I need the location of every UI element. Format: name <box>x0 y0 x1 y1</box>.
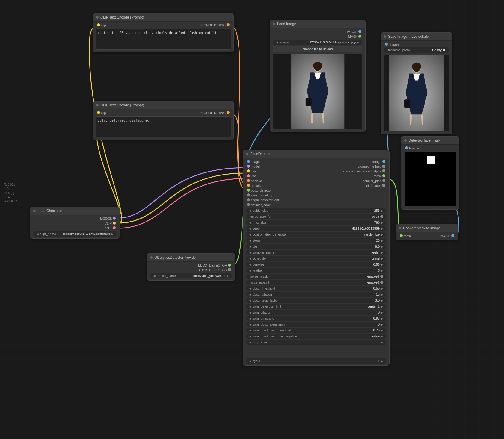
sampler-name-widget[interactable]: ◀sampler_nameeuler▶ <box>246 250 386 255</box>
arrow-right-icon[interactable]: ▶ <box>357 41 359 44</box>
node-header[interactable]: Load Image <box>270 20 365 28</box>
output-socket-cropped-enhanced-alpha[interactable] <box>382 169 385 172</box>
input-socket-clip[interactable] <box>97 23 100 26</box>
input-socket-detailer-hook[interactable] <box>247 203 250 206</box>
upload-button[interactable]: choose file to upload <box>273 46 362 52</box>
node-header[interactable]: Load Checkpoint <box>30 207 120 215</box>
output-socket-image[interactable] <box>358 30 361 33</box>
output-socket-bbox-detector[interactable] <box>228 264 231 267</box>
node-face-detailer[interactable]: FaceDetailer imageimagemodelcropped_refi… <box>243 150 390 366</box>
input-socket-vae[interactable] <box>247 174 250 177</box>
collapse-dot-icon[interactable] <box>404 139 407 142</box>
output-socket-detailer-pipe[interactable] <box>382 179 385 182</box>
force-inpaint-widget[interactable]: force_inpaintenabled <box>246 280 386 285</box>
output-socket-segm-detector[interactable] <box>228 268 231 271</box>
node-ultralytics-detector[interactable]: UltralyticsDetectorProvider BBOX_DETECTO… <box>147 253 235 281</box>
arrow-left-icon[interactable]: ◀ <box>249 227 251 230</box>
arrow-right-icon[interactable]: ▶ <box>381 359 383 363</box>
cfg-widget[interactable]: ◀cfg8.0▶ <box>246 244 386 249</box>
arrow-left-icon[interactable]: ◀ <box>249 257 251 260</box>
arrow-right-icon[interactable]: ▶ <box>381 299 383 302</box>
arrow-left-icon[interactable]: ◀ <box>153 274 156 278</box>
arrow-left-icon[interactable]: ◀ <box>249 359 251 363</box>
control-after-generate-widget[interactable]: ◀control_after_generaterandomize▶ <box>246 232 386 237</box>
prompt-textarea[interactable]: ugly, deformed, disfigured <box>96 116 231 137</box>
output-socket-conditioning[interactable] <box>227 111 230 114</box>
arrow-right-icon[interactable]: ▶ <box>111 232 114 236</box>
arrow-right-icon[interactable]: ▶ <box>381 323 383 326</box>
arrow-left-icon[interactable]: ◀ <box>249 221 251 224</box>
node-header[interactable]: UltralyticsDetectorProvider <box>147 254 235 262</box>
prompt-textarea[interactable]: photo of a 25 year old girl, highly deta… <box>96 29 231 50</box>
output-socket-vae[interactable] <box>113 226 116 229</box>
node-header[interactable]: CLIP Text Encode (Prompt) <box>93 13 233 22</box>
input-socket-image[interactable] <box>247 160 250 163</box>
arrow-right-icon[interactable]: ▶ <box>381 233 383 236</box>
node-convert-mask-to-image[interactable]: Convert Mask to Image mask IMAGE <box>396 224 458 240</box>
output-socket-cropped-refined[interactable] <box>382 165 385 168</box>
arrow-left-icon[interactable]: ◀ <box>249 263 251 266</box>
output-socket-image[interactable] <box>451 234 454 237</box>
arrow-left-icon[interactable]: ◀ <box>249 245 251 248</box>
arrow-right-icon[interactable]: ▶ <box>381 239 383 242</box>
arrow-right-icon[interactable]: ▶ <box>381 227 383 230</box>
ckpt-name-widget[interactable]: ◀ ckpt_name realisticVisionV51_v51VAE.sa… <box>33 231 117 237</box>
arrow-right-icon[interactable]: ▶ <box>381 245 383 248</box>
node-header[interactable]: Detected face mask <box>401 137 459 145</box>
node-clip-negative[interactable]: CLIP Text Encode (Prompt) clip CONDITION… <box>93 101 234 140</box>
arrow-left-icon[interactable]: ◀ <box>249 251 251 254</box>
node-load-checkpoint[interactable]: Load Checkpoint MODEL CLIP VAE ◀ ckpt_na… <box>30 207 120 239</box>
arrow-left-icon[interactable]: ◀ <box>249 293 251 296</box>
node-clip-positive[interactable]: CLIP Text Encode (Prompt) clip CONDITION… <box>93 13 234 52</box>
arrow-left-icon[interactable]: ◀ <box>276 41 278 44</box>
arrow-left-icon[interactable]: ◀ <box>249 209 251 212</box>
scheduler-widget[interactable]: ◀schedulernormal▶ <box>246 256 386 261</box>
output-socket-cnet-images[interactable] <box>382 184 385 187</box>
sam-threshold-widget[interactable]: ◀sam_threshold0.93▶ <box>246 316 386 321</box>
arrow-right-icon[interactable]: ▶ <box>381 335 383 338</box>
collapse-dot-icon[interactable] <box>150 256 153 259</box>
cycle-widget[interactable]: ◀cycle1▶ <box>246 358 386 364</box>
collapse-dot-icon[interactable] <box>33 210 36 212</box>
arrow-left-icon[interactable]: ◀ <box>249 311 251 314</box>
input-socket-mask[interactable] <box>400 234 403 237</box>
arrow-left-icon[interactable]: ◀ <box>36 232 39 236</box>
output-socket-model[interactable] <box>113 217 116 220</box>
node-load-image[interactable]: Load Image IMAGE MASK ◀ image 17038-4118… <box>270 20 366 132</box>
input-socket-segm-detector-opt[interactable] <box>247 198 250 201</box>
arrow-right-icon[interactable]: ▶ <box>381 257 383 260</box>
arrow-left-icon[interactable]: ◀ <box>249 299 251 302</box>
arrow-right-icon[interactable]: ▶ <box>381 317 383 320</box>
input-socket-negative[interactable] <box>247 184 250 187</box>
guide-size-for-widget[interactable]: guide_size_forbbox <box>246 214 386 219</box>
input-socket-clip[interactable] <box>247 169 250 172</box>
input-socket-images[interactable] <box>405 146 408 149</box>
node-detected-face-mask[interactable]: Detected face mask Images <box>401 136 459 210</box>
output-socket-mask[interactable] <box>382 174 385 177</box>
image-file-widget[interactable]: ◀ image 17038-41188503-full body woman.p… <box>273 40 362 45</box>
input-socket-bbox-detector[interactable] <box>247 189 250 192</box>
sam-detection-hint-widget[interactable]: ◀sam_detection_hintcenter-1▶ <box>246 304 386 309</box>
arrow-right-icon[interactable]: ▶ <box>381 221 383 224</box>
node-header[interactable]: FaceDetailer <box>243 150 389 158</box>
input-socket-model[interactable] <box>247 165 250 168</box>
arrow-left-icon[interactable]: ◀ <box>249 329 251 332</box>
node-canvas[interactable]: T: 0.00s I: 0 N: 9 [9] V: 49 FPS:60.24 C… <box>0 0 504 439</box>
output-socket-mask[interactable] <box>358 35 361 38</box>
filename-prefix-widget[interactable]: filename_prefix ComfyUI <box>384 47 449 53</box>
input-socket-images[interactable] <box>385 43 388 46</box>
arrow-left-icon[interactable]: ◀ <box>249 239 251 242</box>
bbox-threshold-widget[interactable]: ◀bbox_threshold0.50▶ <box>246 286 386 291</box>
arrow-left-icon[interactable]: ◀ <box>249 269 251 272</box>
node-save-image[interactable]: Save Image - face detailer images filena… <box>381 32 452 134</box>
feather-widget[interactable]: ◀feather5▶ <box>246 268 386 273</box>
arrow-left-icon[interactable]: ◀ <box>249 323 251 326</box>
output-socket-conditioning[interactable] <box>227 23 230 26</box>
collapse-dot-icon[interactable] <box>96 16 99 19</box>
output-socket-clip[interactable] <box>113 222 116 225</box>
arrow-right-icon[interactable]: ▶ <box>381 305 383 308</box>
arrow-left-icon[interactable]: ◀ <box>249 341 251 344</box>
toggle-dot-icon[interactable] <box>380 275 383 278</box>
arrow-right-icon[interactable]: ▶ <box>381 209 383 212</box>
sam-bbox-expansion-widget[interactable]: ◀sam_bbox_expansion0▶ <box>246 322 386 327</box>
